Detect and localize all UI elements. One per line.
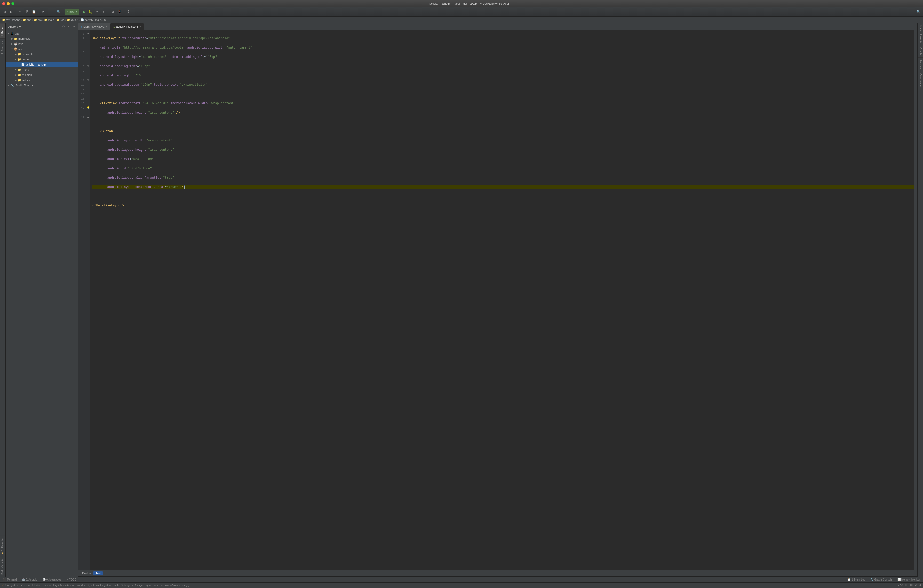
right-scrollbar[interactable]: [914, 30, 917, 570]
android-label: 6: Android: [26, 578, 38, 581]
tree-item-layout[interactable]: ▼ 📁 layout: [6, 57, 78, 62]
gradle-console-label: Gradle Console: [874, 578, 892, 581]
tab-close-button[interactable]: ×: [106, 25, 107, 28]
breadcrumb-main[interactable]: 📁 main: [44, 18, 54, 21]
app-label: app: [69, 10, 75, 13]
settings-button[interactable]: ⚙: [72, 24, 76, 29]
todo-button[interactable]: ✓ TODO: [65, 578, 78, 581]
terminal-button[interactable]: ⬛ Terminal: [2, 578, 18, 581]
tab-close-button[interactable]: ×: [140, 25, 141, 28]
status-right-area: 17:50 LF UTF-8 4: [897, 584, 921, 587]
sidebar-tab-structure[interactable]: Z: Structure: [0, 38, 5, 56]
breadcrumb-activity-xml[interactable]: 📄 activity_main.xml: [81, 18, 106, 21]
breadcrumb-src[interactable]: 📁 src: [34, 18, 41, 21]
tree-item-res[interactable]: ▼ 📦 res: [6, 46, 78, 52]
sync-project-button[interactable]: ⟳: [61, 24, 66, 29]
sidebar-tab-favorites[interactable]: ★ 2: Favorites: [0, 535, 5, 557]
tree-item-activity-main-xml[interactable]: 📄 activity_main.xml: [6, 62, 78, 67]
undo-button[interactable]: ↩: [40, 9, 46, 15]
project-panel-header: Android Project ⟳ ⊟ ⚙: [6, 23, 78, 30]
code-content[interactable]: <RelativeLayout xmlns:android="http://sc…: [90, 30, 914, 570]
breadcrumb-item-label: activity_main.xml: [85, 18, 106, 21]
sep: ›: [21, 18, 22, 21]
memory-monitor-button[interactable]: 📊 Memory Monitor: [897, 578, 921, 581]
sdk-manager-button[interactable]: ⊞: [110, 9, 116, 15]
tree-item-label: res: [18, 48, 22, 51]
redo-button[interactable]: ↪: [46, 9, 53, 15]
code-line-5: android:paddingTop="16dp": [92, 73, 914, 78]
commander-tab[interactable]: Commander: [918, 71, 923, 90]
profile-button[interactable]: ⚡: [101, 9, 107, 15]
preview-tab[interactable]: Preview: [918, 57, 923, 71]
project-tree: ▼ 📱 app ▶ 📁 manifests ▶ ☕ java ▼: [6, 30, 78, 577]
forward-button[interactable]: ▶: [8, 9, 15, 15]
app-selector[interactable]: ▶ app ▼: [64, 9, 79, 15]
code-line-4: android:paddingRight="16dp": [92, 64, 914, 69]
event-log-button[interactable]: 📋 1 Event Log: [847, 578, 866, 581]
title-bar: activity_main.xml - [app] - MyFirstApp -…: [0, 0, 923, 7]
gradle-console-button[interactable]: 🔧 Gradle Console: [869, 578, 893, 581]
avd-manager-button[interactable]: 📱: [117, 9, 123, 15]
copy-button[interactable]: ⎘: [24, 9, 30, 15]
breadcrumb-layout[interactable]: 📁 layout: [67, 18, 78, 21]
code-line-17: android:layout_centerHorizontal="true" /…: [92, 185, 914, 189]
tree-item-values[interactable]: ▶ 📁 values: [6, 77, 78, 82]
gradle-icon: 🔧: [10, 84, 14, 87]
tree-arrow: ▶: [14, 53, 18, 56]
code-editor[interactable]: 1 2 3 4 5 6 8 9 11 12 13 14 15 16 17 19: [78, 30, 917, 570]
java-tab-icon: J: [80, 25, 82, 28]
close-button[interactable]: [2, 2, 5, 5]
maximize-button[interactable]: [11, 2, 15, 5]
tree-item-java[interactable]: ▶ ☕ java: [6, 41, 78, 46]
run-button[interactable]: ▶: [82, 9, 87, 15]
tree-item-drawable[interactable]: ▶ 📁 drawable: [6, 52, 78, 57]
folder-icon: 📁: [44, 18, 47, 21]
memory-monitor-icon: 📊: [897, 578, 900, 581]
folder-icon: 📁: [14, 37, 18, 41]
fold-arrow-11[interactable]: ▼: [86, 78, 90, 82]
tree-arrow: ▶: [14, 68, 18, 71]
fold-arrow-8[interactable]: ▼: [86, 64, 90, 69]
fold-arrow-1[interactable]: ▼: [86, 31, 90, 36]
design-tab[interactable]: Design: [80, 571, 93, 575]
folder-icon: 📁: [18, 53, 21, 56]
find-button[interactable]: 🔍: [56, 9, 62, 15]
line-numbers: 1 2 3 4 5 6 8 9 11 12 13 14 15 16 17 19: [78, 30, 86, 570]
status-encoding[interactable]: UTF-8: [910, 584, 917, 587]
tree-item-label: manifests: [18, 37, 30, 40]
sep: ›: [65, 18, 66, 21]
paste-button[interactable]: 📋: [31, 9, 37, 15]
breadcrumb-app[interactable]: 📁 app: [23, 18, 31, 21]
breadcrumb-res[interactable]: 📁 res: [56, 18, 64, 21]
text-tab[interactable]: Text: [94, 571, 103, 575]
maven-projects-tab[interactable]: Maven Projects: [918, 23, 923, 46]
project-view-selector[interactable]: Android Project: [7, 25, 22, 28]
collapse-all-button[interactable]: ⊟: [66, 24, 71, 29]
tree-item-app[interactable]: ▼ 📱 app: [6, 31, 78, 36]
gradle-tab[interactable]: Gradle: [918, 46, 923, 57]
search-everywhere-button[interactable]: 🔍: [915, 9, 921, 15]
back-button[interactable]: ◀: [2, 9, 8, 15]
folder-icon: 📁: [67, 18, 70, 21]
tree-item-mipmap[interactable]: ▶ 📁 mipmap: [6, 72, 78, 77]
breadcrumb-myfirstapp[interactable]: 📁 MyFirstApp: [2, 18, 20, 21]
sidebar-tab-build-variants[interactable]: Build Variants: [0, 557, 5, 577]
tree-item-menu[interactable]: ▶ 📁 menu: [6, 67, 78, 72]
tree-arrow: ▶: [10, 43, 14, 45]
tree-item-manifests[interactable]: ▶ 📁 manifests: [6, 36, 78, 41]
fold-arrow-19[interactable]: ▲: [86, 115, 90, 120]
minimize-button[interactable]: [7, 2, 10, 5]
tree-item-gradle-scripts[interactable]: ▶ 🔧 Gradle Scripts: [6, 82, 78, 88]
tab-activity-xml[interactable]: X activity_main.xml ×: [110, 23, 144, 30]
help-button[interactable]: ?: [125, 9, 131, 15]
tab-main-java[interactable]: J MainActivity.java ×: [78, 23, 110, 30]
android-button[interactable]: 🤖 6: Android: [21, 578, 38, 581]
status-line-sep[interactable]: LF: [905, 584, 908, 587]
debug-button[interactable]: 🐛: [87, 9, 94, 15]
cut-button[interactable]: ✂: [17, 9, 23, 15]
sidebar-tab-project[interactable]: 1: Project: [0, 23, 5, 38]
tree-item-label: drawable: [22, 53, 34, 56]
messages-button[interactable]: 💬 0: Messages: [41, 578, 62, 581]
coverage-button[interactable]: ☂: [94, 9, 100, 15]
status-indent[interactable]: 4: [920, 584, 921, 587]
